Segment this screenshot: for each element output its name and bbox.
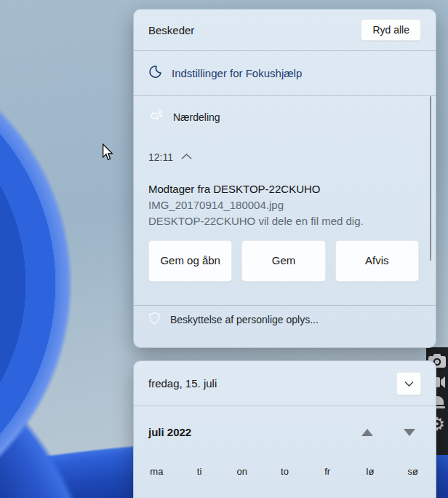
clear-all-button[interactable]: Ryd alle [361,19,421,41]
calendar-prev-month-icon[interactable] [361,429,373,436]
notification-app-row: Nærdeling [134,96,436,127]
notification-app-name: Nærdeling [173,111,220,123]
notification-center-header: Beskeder Ryd alle [134,9,436,50]
save-and-open-button[interactable]: Gem og åbn [148,240,232,282]
notification-message: DESKTOP-22CKUHO vil dele en fil med dig. [134,211,436,227]
chevron-up-icon[interactable] [180,151,193,164]
weekday-label: fr [306,466,349,477]
collapsed-notification-group[interactable]: Beskyttelse af personlige oplys... [134,306,436,333]
scrollbar[interactable] [430,96,431,261]
weekday-label: lø [349,466,392,477]
calendar-collapse-button[interactable] [396,372,421,395]
calendar-date-label: fredag, 15. juli [148,377,217,390]
calendar-month-row: juli 2022 [134,406,436,438]
weekday-label: ti [178,466,221,477]
notification-actions: Gem og åbn Gem Afvis [134,227,436,282]
collapsed-notification-label: Beskyttelse af personlige oplys... [170,314,319,325]
notification-title: Modtager fra DESKTOP-22CKUHO [134,164,436,195]
panel-title: Beskeder [148,24,194,36]
focus-assist-settings-link[interactable]: Indstillinger for Fokushjælp [134,51,436,95]
notification-time-row: 12:11 [134,127,436,164]
notification-card[interactable]: Nærdeling 12:11 Modtager fra DESKTOP-22C… [134,96,436,305]
calendar-header: fredag, 15. juli [134,361,436,406]
notification-center-panel: Beskeder Ryd alle Indstillinger for Foku… [133,9,436,348]
save-button[interactable]: Gem [241,240,325,282]
nearby-sharing-icon [148,108,164,127]
calendar-next-month-icon[interactable] [404,429,415,436]
mouse-cursor [102,143,113,164]
weekday-label: to [263,466,306,477]
focus-assist-moon-icon [148,65,162,82]
calendar-weekday-row: ma ti on to fr lø sø [134,466,436,477]
focus-assist-settings-label: Indstillinger for Fokushjælp [172,67,302,79]
notification-filename: IMG_20170914_180004.jpg [134,195,436,211]
chevron-down-icon [404,380,415,387]
shield-icon [148,312,161,328]
weekday-label: sø [391,466,434,477]
notification-timestamp: 12:11 [148,151,173,163]
weekday-label: on [220,466,263,477]
weekday-label: ma [135,466,178,477]
calendar-panel: fredag, 15. juli juli 2022 ma ti on to f… [133,360,436,498]
decline-button[interactable]: Afvis [335,240,419,282]
calendar-month-label: juli 2022 [148,426,361,438]
